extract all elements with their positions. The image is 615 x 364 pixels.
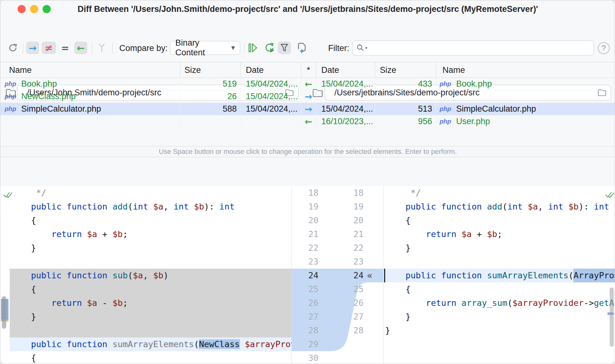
diff-gutter: 1818191920202121222223232424«25252626272… [292, 186, 383, 364]
changes-applied-check-icon[interactable] [605, 191, 615, 199]
table-row[interactable]: phpNewClass.php2615/04/2024,...→ [0, 90, 615, 103]
hint-text: Use Space button or mouse click to chang… [159, 148, 457, 156]
code-line[interactable]: return $a + $b; [384, 227, 615, 241]
changes-applied-check-icon[interactable] [3, 191, 13, 199]
right-code-pane[interactable]: */ public function add(int $a, int $b): … [384, 186, 615, 364]
code-line[interactable]: } [384, 324, 615, 337]
file-table-rows: phpBook.php51915/04/2024,...←15/04/2024,… [0, 78, 615, 128]
code-segment: public function [31, 270, 112, 280]
code-segment: ( [507, 298, 512, 308]
code-line[interactable]: { [10, 351, 292, 364]
right-line-number: 27 [292, 310, 364, 324]
code-line[interactable] [10, 324, 292, 337]
column-divider [301, 62, 301, 78]
column-header-date-left[interactable]: Date [246, 65, 264, 75]
code-line[interactable] [384, 337, 615, 351]
operation-cell: ← [301, 115, 316, 128]
code-line[interactable]: */ [10, 186, 292, 200]
code-line[interactable]: public function add(int $a, int $b): int [384, 200, 615, 214]
code-line[interactable]: } [384, 241, 615, 255]
code-segment: sumArrayElements [112, 339, 194, 349]
code-segment: int [133, 202, 153, 211]
transfer-left-arrow-icon[interactable]: ← [301, 116, 316, 127]
code-line[interactable]: { [384, 214, 615, 227]
code-segment: ( [128, 270, 133, 280]
code-segment [385, 202, 406, 211]
code-line[interactable]: */ [384, 186, 615, 200]
right-line-number: 26 [292, 296, 364, 310]
code-segment [385, 270, 406, 280]
code-line[interactable] [384, 351, 615, 364]
code-segment: */ [11, 188, 46, 198]
code-line[interactable]: { [10, 214, 292, 227]
code-segment [11, 298, 51, 308]
transfer-right-arrow-icon[interactable]: → [301, 104, 316, 114]
fold-collapse-marker[interactable]: « [367, 269, 373, 282]
text-cursor [384, 269, 385, 282]
file-size-cell [180, 115, 240, 128]
code-segment: { [385, 215, 411, 225]
file-name-cell: phpSimpleCalculator.php [0, 103, 180, 115]
code-segment [11, 339, 31, 349]
right-line-number: 24 [292, 269, 364, 282]
code-segment [11, 202, 31, 211]
diff-window: Diff Between '/Users/John.Smith/demo-pro… [0, 0, 615, 364]
code-segment: add [487, 202, 502, 211]
window-title: Diff Between '/Users/John.Smith/demo-pro… [0, 4, 615, 14]
file-size-cell [375, 90, 436, 103]
column-header-date-right[interactable]: Date [321, 65, 339, 75]
code-line[interactable]: { [384, 282, 615, 296]
code-line[interactable]: } [10, 241, 292, 255]
code-segment: ( [128, 202, 133, 211]
column-divider [240, 62, 241, 78]
right-scrollbar-thumb[interactable] [610, 287, 614, 347]
code-segment: ArrayProvid [573, 270, 615, 280]
column-header-operation[interactable]: * [301, 65, 316, 75]
code-line[interactable]: } [10, 310, 292, 324]
file-date-cell [316, 90, 375, 103]
left-code-pane[interactable]: */ public function add(int $a, int $b): … [0, 186, 292, 364]
code-line[interactable]: return array_sum($arrayProvider->getArra [384, 296, 615, 310]
code-line[interactable]: public function add(int $a, int $b): int [10, 200, 292, 214]
php-file-icon: php [5, 93, 16, 100]
column-header-name-right[interactable]: Name [442, 65, 465, 75]
code-segment: array_sum [462, 298, 507, 308]
right-line-number: 22 [292, 241, 364, 255]
column-header-size-left[interactable]: Size [184, 65, 201, 75]
hint-bar: Use Space button or mouse click to chang… [0, 146, 615, 157]
code-segment: $b [153, 270, 163, 280]
column-header-name-left[interactable]: Name [9, 65, 32, 75]
column-divider [180, 62, 180, 78]
code-line[interactable] [384, 255, 615, 269]
code-segment [385, 229, 426, 239]
code-segment: ; [497, 229, 502, 239]
code-segment: $a [87, 298, 97, 308]
code-line[interactable]: public function sumArrayElements(ArrayPr… [384, 269, 615, 282]
code-line[interactable]: return $a + $b; [10, 227, 292, 241]
file-date-cell: 15/04/2024,... [240, 103, 301, 115]
table-row[interactable]: phpBook.php51915/04/2024,...←15/04/2024,… [0, 78, 615, 90]
code-line[interactable]: { [10, 282, 292, 296]
code-segment: public function [31, 339, 112, 349]
table-row[interactable]: ←16/10/2023,...956phpUser.php [0, 115, 615, 128]
file-date-cell: 15/04/2024,... [316, 103, 375, 115]
code-line[interactable]: public function sumArrayElements(NewClas… [10, 337, 292, 351]
diff-viewer-toolbar: ↑ ↓ ✎ ← → Side-by-side viewer ▼ Do not i… [0, 157, 615, 186]
code-line[interactable]: } [384, 310, 615, 324]
code-line[interactable] [10, 255, 292, 269]
code-segment: , [163, 202, 174, 211]
code-segment: $a [462, 229, 472, 239]
code-segment: return [426, 298, 462, 308]
code-segment: public function [406, 270, 487, 280]
column-header-size-right[interactable]: Size [380, 65, 396, 75]
table-row[interactable]: phpSimpleCalculator.php58815/04/2024,...… [0, 103, 615, 115]
column-divider [375, 62, 375, 78]
code-line[interactable]: return $a - $b; [10, 296, 292, 310]
transfer-right-arrow-icon[interactable]: → [301, 91, 316, 102]
code-segment: sub [112, 270, 128, 280]
transfer-left-arrow-icon[interactable]: ← [301, 79, 316, 89]
file-size-cell: 26 [180, 90, 240, 103]
code-line[interactable]: public function sub($a, $b) [10, 269, 292, 282]
left-scrollbar-thumb[interactable] [2, 296, 6, 329]
code-segment: ): [204, 202, 220, 211]
